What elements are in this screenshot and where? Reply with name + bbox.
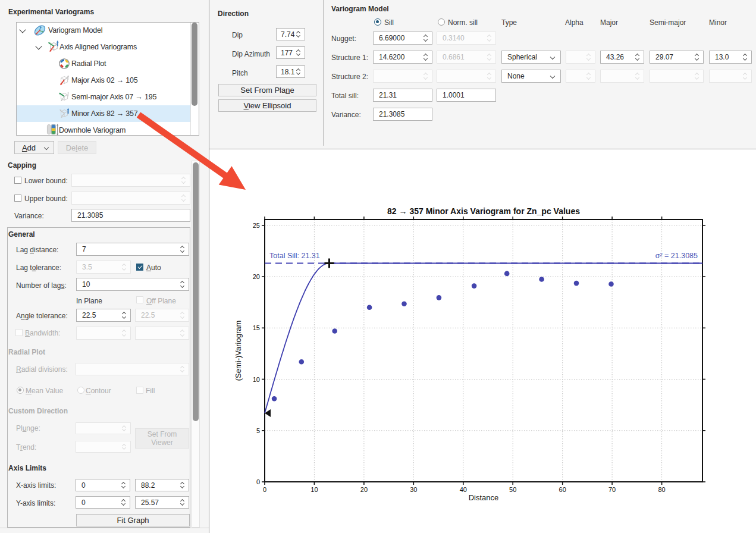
svg-text:σ² = 21.3085: σ² = 21.3085 xyxy=(655,252,698,260)
svg-text:80: 80 xyxy=(658,486,665,493)
svg-text:Distance: Distance xyxy=(469,493,499,502)
svg-text:0: 0 xyxy=(256,478,260,485)
svg-text:(Semi-)Variogram: (Semi-)Variogram xyxy=(234,321,243,381)
svg-text:40: 40 xyxy=(460,486,467,493)
svg-text:70: 70 xyxy=(608,486,616,493)
svg-text:15: 15 xyxy=(253,324,260,331)
svg-text:25: 25 xyxy=(253,222,260,229)
svg-text:10: 10 xyxy=(310,486,318,493)
svg-text:50: 50 xyxy=(509,486,516,493)
svg-text:20: 20 xyxy=(253,273,260,280)
svg-text:30: 30 xyxy=(410,486,417,493)
svg-text:82 → 357 Minor Axis Variogram: 82 → 357 Minor Axis Variogram for Zn_pc … xyxy=(387,206,580,216)
svg-text:5: 5 xyxy=(256,427,260,434)
svg-text:60: 60 xyxy=(559,486,566,493)
svg-text:10: 10 xyxy=(253,376,260,383)
svg-text:Total Sill: 21.31: Total Sill: 21.31 xyxy=(269,252,320,260)
svg-text:20: 20 xyxy=(360,486,368,493)
svg-text:0: 0 xyxy=(263,486,266,493)
